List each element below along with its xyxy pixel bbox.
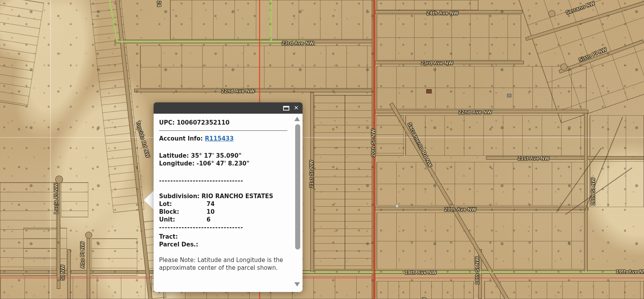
graticule-line — [0, 137, 644, 138]
parcel-block-midline — [377, 37, 521, 38]
parcel-block — [484, 281, 644, 299]
longitude-value: Longitude: -106° 47' 8.230" — [159, 160, 285, 167]
parcel-block — [405, 115, 586, 156]
cul-de-sac — [548, 10, 555, 17]
road-vertical — [310, 92, 314, 271]
account-info-label: Account Info: — [159, 135, 203, 142]
unit-label: Unit: — [159, 216, 206, 223]
parcel-block-midline — [377, 241, 586, 241]
scrollbar-down-arrow[interactable] — [294, 282, 300, 287]
parcel-block — [376, 14, 521, 60]
close-icon[interactable]: ✕ — [294, 105, 299, 111]
parcel-des-label: Parcel Des.: — [159, 241, 285, 248]
latitude-value: Latitude: 35° 17' 35.090" — [159, 152, 285, 160]
block-row: Block: 10 — [159, 208, 285, 216]
popup-titlebar: ✕ — [154, 102, 303, 114]
popup-callout-arrow — [144, 190, 154, 210]
parcel-block-midline — [406, 135, 586, 136]
road-vertical — [57, 178, 60, 289]
unit-row: Unit: 6 — [159, 216, 285, 223]
unit-value: 6 — [206, 216, 210, 223]
parcel-block-midline — [590, 161, 644, 162]
subdivision-value: RIO RANCHO ESTATES — [201, 193, 273, 200]
lot-value: 74 — [206, 200, 215, 208]
divider-rule — [159, 130, 287, 131]
aerial-parcel-map[interactable]: 24th Ave NW23rd Ave NW23rd Ave NW22nd Av… — [0, 0, 644, 299]
parcel-block — [23, 228, 67, 276]
graticule-line — [50, 0, 51, 299]
cul-de-sac — [55, 176, 63, 183]
road-horizontal — [374, 61, 524, 64]
popup-body: UPC: 1006072352110 Account Info: R115433… — [154, 114, 303, 292]
road-horizontal — [486, 156, 644, 160]
parcel-block — [314, 95, 373, 269]
road-vertical — [87, 234, 90, 299]
road-horizontal — [134, 89, 375, 92]
route-line-green — [270, 0, 272, 41]
maximize-icon[interactable] — [283, 106, 289, 111]
road-vertical — [67, 249, 71, 299]
parcel-block — [376, 0, 478, 10]
route-line-green — [117, 41, 308, 42]
tract-label: Tract: — [159, 233, 285, 241]
scrollbar-thumb[interactable] — [295, 124, 300, 250]
parcel-block — [0, 276, 152, 299]
subdivision-label: Subdivision: — [159, 193, 200, 200]
parcel-block — [140, 46, 373, 88]
dashed-divider: ------------------------------ — [159, 223, 243, 231]
road-horizontal — [372, 10, 522, 14]
parcel-line — [345, 95, 345, 269]
parcel-block-rotated — [0, 0, 44, 107]
parcel-info-popup: ✕ UPC: 1006072352110 Account Info: R1154… — [154, 102, 303, 292]
parcel-block-midline — [377, 184, 586, 184]
parcel-block-midline — [140, 67, 372, 67]
cul-de-sac — [85, 232, 92, 239]
building — [395, 204, 399, 208]
road-horizontal — [374, 207, 588, 210]
route-line-green — [303, 271, 644, 273]
dashed-divider: ------------------------------ — [159, 177, 285, 185]
parcel-block — [61, 182, 88, 217]
building — [507, 94, 511, 97]
parcel-block — [376, 281, 474, 299]
lot-label: Lot: — [159, 200, 206, 208]
parcel-block — [376, 162, 586, 206]
boundary-line-red — [373, 0, 375, 299]
upc-value: UPC: 1006072352110 — [159, 119, 285, 127]
cul-de-sac — [560, 63, 567, 70]
scrollbar-up-arrow[interactable] — [294, 117, 300, 121]
block-label: Block: — [159, 208, 206, 216]
block-value: 10 — [206, 208, 215, 216]
street-label: Abo Pl NW — [79, 241, 85, 268]
building — [426, 89, 432, 93]
boundary-line-red-thin — [0, 278, 644, 278]
account-info-link[interactable]: R115433 — [205, 135, 234, 142]
street-label: 24 — [156, 1, 162, 7]
road-horizontal — [374, 110, 588, 113]
popup-note: Please Note: Latitude and Longitude is t… — [159, 256, 284, 272]
lot-row: Lot: 74 — [159, 200, 285, 208]
